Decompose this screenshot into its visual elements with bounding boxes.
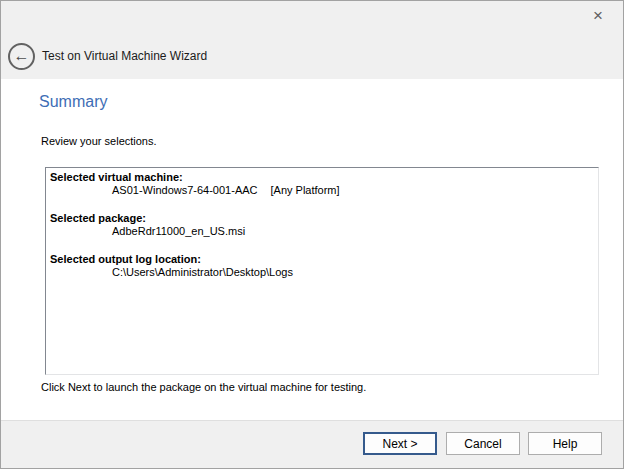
back-button[interactable]: ←: [8, 43, 35, 70]
vm-platform: [Any Platform]: [271, 184, 340, 196]
summary-group-package: Selected package: AdbeRdr11000_en_US.msi: [50, 212, 594, 238]
close-button[interactable]: ×: [587, 5, 609, 27]
summary-value: AS01-Windows7-64-001-AAC[Any Platform]: [50, 184, 594, 197]
summary-label: Selected output log location:: [50, 253, 594, 266]
window-title: Test on Virtual Machine Wizard: [42, 49, 207, 64]
page-title: Summary: [39, 93, 107, 111]
summary-label: Selected virtual machine:: [50, 171, 594, 184]
help-button[interactable]: Help: [528, 432, 602, 455]
close-icon: ×: [593, 6, 603, 26]
back-arrow-icon: ←: [14, 48, 30, 64]
cancel-button[interactable]: Cancel: [446, 432, 520, 455]
vm-name: AS01-Windows7-64-001-AAC: [112, 184, 258, 196]
summary-group-log-location: Selected output log location: C:\Users\A…: [50, 253, 594, 279]
summary-group-virtual-machine: Selected virtual machine: AS01-Windows7-…: [50, 171, 594, 197]
next-hint-text: Click Next to launch the package on the …: [41, 381, 366, 393]
wizard-dialog: × ← Test on Virtual Machine Wizard Summa…: [0, 0, 624, 469]
instruction-text: Review your selections.: [41, 135, 157, 147]
next-button[interactable]: Next >: [363, 432, 437, 455]
summary-label: Selected package:: [50, 212, 594, 225]
log-location-path: C:\Users\Administrator\Desktop\Logs: [50, 266, 594, 279]
package-name: AdbeRdr11000_en_US.msi: [50, 225, 594, 238]
wizard-header: × ← Test on Virtual Machine Wizard: [1, 1, 623, 79]
footer-bar: Next > Cancel Help: [1, 420, 623, 468]
summary-box: Selected virtual machine: AS01-Windows7-…: [45, 167, 599, 375]
